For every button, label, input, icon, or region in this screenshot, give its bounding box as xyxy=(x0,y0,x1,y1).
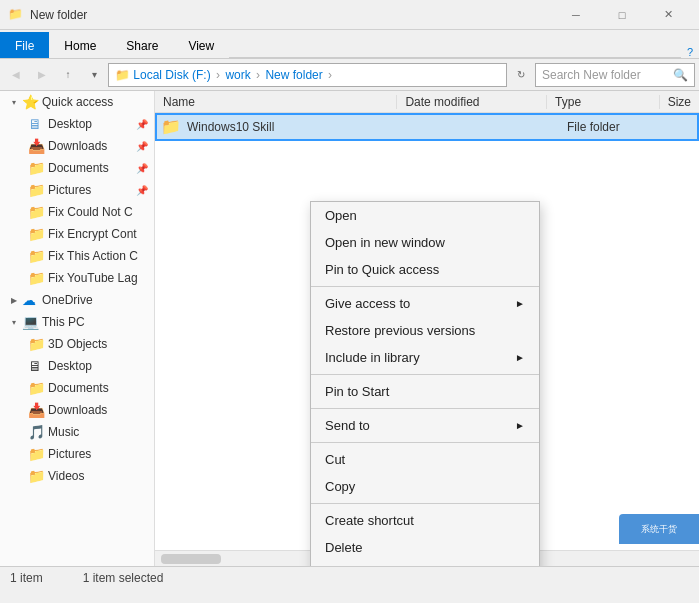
sidebar-item-desktop-qa[interactable]: 🖥 Desktop 📌 xyxy=(0,113,154,135)
folder-icon: 📁 xyxy=(28,248,44,264)
sidebar-item-videos[interactable]: 📁 Videos xyxy=(0,465,154,487)
scrollbar-thumb[interactable] xyxy=(161,554,221,564)
music-icon: 🎵 xyxy=(28,424,44,440)
sidebar-thispc[interactable]: ▾ 💻 This PC xyxy=(0,311,154,333)
close-button[interactable]: ✕ xyxy=(645,0,691,30)
ctx-delete[interactable]: Delete xyxy=(311,534,539,561)
ctx-separator xyxy=(311,374,539,375)
sidebar-item-pictures-pc[interactable]: 📁 Pictures xyxy=(0,443,154,465)
ctx-pin-quick[interactable]: Pin to Quick access xyxy=(311,256,539,283)
status-selected: 1 item selected xyxy=(83,571,164,585)
submenu-arrow: ► xyxy=(515,352,525,363)
ctx-label: Delete xyxy=(325,540,363,555)
ctx-copy[interactable]: Copy xyxy=(311,473,539,500)
sidebar-quickaccess[interactable]: ▾ ⭐ Quick access xyxy=(0,91,154,113)
sidebar-label: Desktop xyxy=(48,359,92,373)
sidebar-item-documents-pc[interactable]: 📁 Documents xyxy=(0,377,154,399)
tab-home[interactable]: Home xyxy=(49,32,111,58)
ctx-label: Give access to xyxy=(325,296,410,311)
folder-icon: 📁 xyxy=(28,204,44,220)
tab-share[interactable]: Share xyxy=(111,32,173,58)
submenu-arrow: ► xyxy=(515,420,525,431)
tab-view[interactable]: View xyxy=(173,32,229,58)
sidebar-item-downloads-pc[interactable]: 📥 Downloads xyxy=(0,399,154,421)
ctx-label: Create shortcut xyxy=(325,513,414,528)
ctx-label: Copy xyxy=(325,479,355,494)
pin-icon: 📌 xyxy=(136,185,148,196)
ctx-send-to[interactable]: Send to ► xyxy=(311,412,539,439)
sidebar-item-downloads-qa[interactable]: 📥 Downloads 📌 xyxy=(0,135,154,157)
table-row[interactable]: 📁 Windows10 Skill File folder xyxy=(155,113,699,141)
ctx-label: Open xyxy=(325,208,357,223)
tab-file[interactable]: File xyxy=(0,32,49,58)
folder-icon: 📁 xyxy=(28,380,44,396)
downloads-icon: 📥 xyxy=(28,402,44,418)
ctx-rename[interactable]: Rename xyxy=(311,561,539,566)
sidebar-item-fixencrypt[interactable]: 📁 Fix Encrypt Cont xyxy=(0,223,154,245)
ctx-give-access[interactable]: Give access to ► xyxy=(311,290,539,317)
sidebar-label: Desktop xyxy=(48,117,92,131)
quickaccess-icon: ⭐ xyxy=(22,94,38,110)
search-box[interactable]: Search New folder 🔍 xyxy=(535,63,695,87)
status-count: 1 item xyxy=(10,571,43,585)
search-icon[interactable]: 🔍 xyxy=(673,68,688,82)
folder-icon: 📁 xyxy=(28,226,44,242)
help-button[interactable]: ? xyxy=(681,46,699,58)
sidebar-label: Fix Encrypt Cont xyxy=(48,227,137,241)
sidebar-label: Music xyxy=(48,425,79,439)
sidebar-onedrive[interactable]: ▶ ☁ OneDrive xyxy=(0,289,154,311)
sidebar-label: 3D Objects xyxy=(48,337,107,351)
desktop-icon: 🖥 xyxy=(28,116,44,132)
desktop-icon: 🖥 xyxy=(28,358,44,374)
window-controls: ─ □ ✕ xyxy=(553,0,691,30)
folder-icon: 📁 xyxy=(28,446,44,462)
thispc-label: This PC xyxy=(42,315,85,329)
sidebar-item-fixcouldnot[interactable]: 📁 Fix Could Not C xyxy=(0,201,154,223)
col-size[interactable]: Size xyxy=(660,95,699,109)
pin-icon: 📌 xyxy=(136,119,148,130)
sidebar-item-music[interactable]: 🎵 Music xyxy=(0,421,154,443)
ctx-create-shortcut[interactable]: Create shortcut xyxy=(311,507,539,534)
col-type[interactable]: Type xyxy=(547,95,660,109)
pin-icon: 📌 xyxy=(136,163,148,174)
folder-icon: 📁 xyxy=(28,336,44,352)
sidebar-item-3dobjects[interactable]: 📁 3D Objects xyxy=(0,333,154,355)
recent-locations-button[interactable]: ▾ xyxy=(82,63,106,87)
ctx-include-library[interactable]: Include in library ► xyxy=(311,344,539,371)
title-text: New folder xyxy=(30,8,553,22)
up-button[interactable]: ↑ xyxy=(56,63,80,87)
file-name: Windows10 Skill xyxy=(187,120,407,134)
sidebar-item-fixthisaction[interactable]: 📁 Fix This Action C xyxy=(0,245,154,267)
sidebar-label: Downloads xyxy=(48,403,107,417)
ctx-restore-versions[interactable]: Restore previous versions xyxy=(311,317,539,344)
sidebar-item-documents-qa[interactable]: 📁 Documents 📌 xyxy=(0,157,154,179)
ctx-pin-start[interactable]: Pin to Start xyxy=(311,378,539,405)
col-date[interactable]: Date modified xyxy=(397,95,547,109)
breadcrumb[interactable]: 📁 Local Disk (F:) › work › New folder › xyxy=(108,63,507,87)
content-area: Name Date modified Type Size 📁 Windows10… xyxy=(155,91,699,566)
ctx-separator xyxy=(311,503,539,504)
sidebar-label: Downloads xyxy=(48,139,107,153)
refresh-button[interactable]: ↻ xyxy=(509,63,533,87)
file-type: File folder xyxy=(567,120,687,134)
quickaccess-label: Quick access xyxy=(42,95,113,109)
ctx-cut[interactable]: Cut xyxy=(311,446,539,473)
sidebar-item-fixyoutube[interactable]: 📁 Fix YouTube Lag xyxy=(0,267,154,289)
folder-icon: 📁 xyxy=(28,468,44,484)
col-name[interactable]: Name xyxy=(155,95,397,109)
ctx-label: Cut xyxy=(325,452,345,467)
ctx-label: Restore previous versions xyxy=(325,323,475,338)
maximize-button[interactable]: □ xyxy=(599,0,645,30)
ctx-open[interactable]: Open xyxy=(311,202,539,229)
status-bar: 1 item 1 item selected xyxy=(0,566,699,588)
sidebar-item-desktop-pc[interactable]: 🖥 Desktop xyxy=(0,355,154,377)
minimize-button[interactable]: ─ xyxy=(553,0,599,30)
ctx-label: Send to xyxy=(325,418,370,433)
forward-button[interactable]: ▶ xyxy=(30,63,54,87)
ctx-open-new-window[interactable]: Open in new window xyxy=(311,229,539,256)
ctx-label: Pin to Start xyxy=(325,384,389,399)
sidebar-item-pictures-qa[interactable]: 📁 Pictures 📌 xyxy=(0,179,154,201)
ctx-label: Open in new window xyxy=(325,235,445,250)
sidebar-label: Documents xyxy=(48,381,109,395)
back-button[interactable]: ◀ xyxy=(4,63,28,87)
